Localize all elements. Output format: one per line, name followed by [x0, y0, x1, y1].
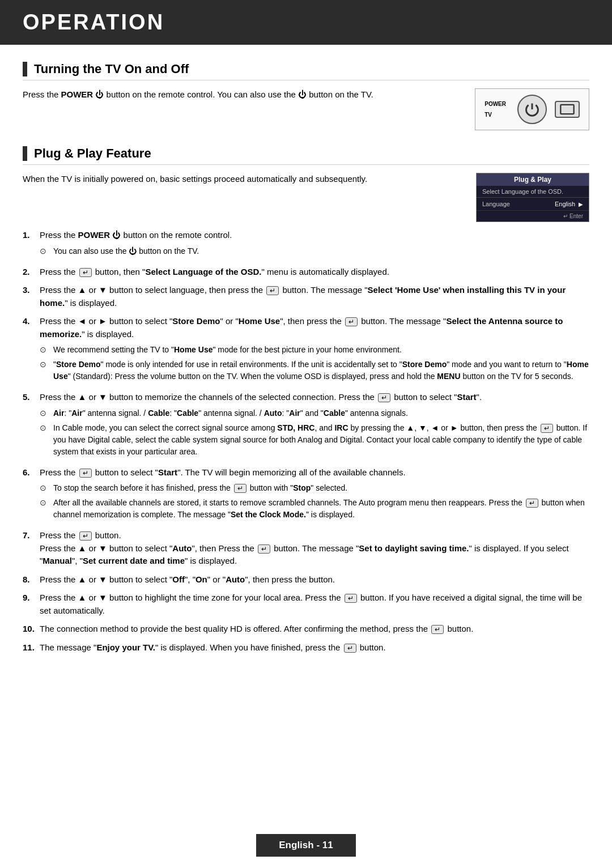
note-item-4b: ⊙ "Store Demo" mode is only intended for… — [40, 359, 589, 382]
step-5-notes: ⊙ Air: "Air" antenna signal. / Cable: "C… — [40, 407, 589, 458]
steps-list: 1. Press the POWER ⏻ button on the remot… — [23, 229, 589, 654]
page-title: OPERATION — [23, 10, 589, 35]
osd-language-value: English ▶ — [555, 201, 583, 207]
turning-section-title: Turning the TV On and Off — [34, 62, 189, 76]
step-6: 6. Press the ↵ button to select "Start".… — [23, 466, 589, 524]
note-item-6a: ⊙ To stop the search before it has finis… — [40, 482, 589, 494]
enter-icon-6a: ↵ — [234, 484, 246, 493]
enter-icon-7b: ↵ — [258, 544, 270, 554]
step-5: 5. Press the ▲ or ▼ button to memorize t… — [23, 391, 589, 461]
enter-icon-6: ↵ — [79, 469, 92, 478]
step-6-notes: ⊙ To stop the search before it has finis… — [40, 482, 589, 521]
note-item-5b: ⊙ In Cable mode, you can select the corr… — [40, 422, 589, 458]
step-3: 3. Press the ▲ or ▼ button to select lan… — [23, 284, 589, 309]
note-item-5a: ⊙ Air: "Air" antenna signal. / Cable: "C… — [40, 407, 589, 419]
accent-bar — [23, 62, 27, 76]
plug-play-title: Plug & Play Feature — [34, 146, 151, 161]
plug-play-content: When the TV is initially powered on, bas… — [23, 173, 589, 222]
remote-buttons — [517, 95, 580, 124]
note-icon-6b: ⊙ — [40, 497, 50, 521]
osd-arrow-icon: ▶ — [579, 201, 583, 207]
note-icon-6a: ⊙ — [40, 482, 50, 494]
power-button-icon — [517, 95, 547, 124]
remote-illustration: POWER TV — [475, 88, 589, 130]
power-label: POWER — [484, 101, 506, 107]
enter-icon-5: ↵ — [378, 393, 390, 402]
accent-bar-2 — [23, 146, 27, 161]
step-7: 7. Press the ↵ button. Press the ▲ or ▼ … — [23, 529, 589, 568]
step-10: 10. The connection method to provide the… — [23, 623, 589, 636]
step-8: 8. Press the ▲ or ▼ button to select "Of… — [23, 573, 589, 586]
turning-section: Turning the TV On and Off Press the POWE… — [23, 62, 589, 130]
step-11: 11. The message "Enjoy your TV." is disp… — [23, 641, 589, 654]
plug-play-intro: When the TV is initially powered on, bas… — [23, 173, 465, 186]
step-1: 1. Press the POWER ⏻ button on the remot… — [23, 229, 589, 260]
turn-on-text: Press the POWER ⏻ button on the remote c… — [23, 88, 464, 101]
enter-icon-9: ↵ — [345, 594, 357, 603]
osd-footer: ↵ Enter — [477, 211, 589, 222]
osd-language-row: Language English ▶ — [477, 198, 589, 211]
note-icon-5b: ⊙ — [40, 422, 50, 458]
remote-labels: POWER TV — [484, 101, 506, 118]
osd-panel: Plug & Play Select Language of the OSD. … — [476, 173, 589, 222]
note-icon-5a: ⊙ — [40, 407, 50, 419]
step-4: 4. Press the ◄ or ► button to select "St… — [23, 315, 589, 385]
note-icon: ⊙ — [40, 245, 50, 257]
step-2: 2. Press the ↵ button, then "Select Lang… — [23, 266, 589, 279]
enter-icon-2: ↵ — [266, 286, 279, 295]
content-area: Turning the TV On and Off Press the POWE… — [0, 62, 612, 654]
enter-icon-7: ↵ — [79, 531, 92, 541]
tv-button-icon — [555, 101, 580, 118]
svg-rect-0 — [560, 105, 573, 114]
note-icon-4a: ⊙ — [40, 344, 50, 356]
plug-play-section: Plug & Play Feature When the TV is initi… — [23, 146, 589, 654]
note-item: ⊙ You can also use the ⏻ button on the T… — [40, 245, 589, 257]
enter-icon-3: ↵ — [345, 317, 358, 326]
footer-label: English - 11 — [256, 834, 355, 857]
step-1-notes: ⊙ You can also use the ⏻ button on the T… — [40, 245, 589, 257]
page-wrapper: OPERATION Turning the TV On and Off Pres… — [0, 0, 612, 868]
enter-icon-6b: ↵ — [526, 499, 538, 508]
osd-title: Plug & Play — [477, 173, 589, 186]
osd-language-key: Language — [482, 201, 510, 207]
step-9: 9. Press the ▲ or ▼ button to highlight … — [23, 592, 589, 617]
turning-section-heading: Turning the TV On and Off — [23, 62, 589, 80]
step-4-notes: ⊙ We recommend setting the TV to "Home U… — [40, 344, 589, 382]
header-banner: OPERATION — [0, 0, 612, 45]
plug-play-heading: Plug & Play Feature — [23, 146, 589, 165]
turn-on-content: Press the POWER ⏻ button on the remote c… — [23, 88, 589, 130]
enter-icon: ↵ — [79, 268, 92, 277]
tv-label: TV — [484, 112, 506, 118]
osd-subtitle: Select Language of the OSD. — [477, 186, 589, 198]
enter-icon-10: ↵ — [431, 625, 444, 634]
page-footer: English - 11 — [0, 834, 612, 857]
note-icon-4b: ⊙ — [40, 359, 50, 382]
enter-icon-11: ↵ — [344, 644, 356, 653]
enter-icon-5b: ↵ — [541, 424, 553, 433]
note-item-6b: ⊙ After all the available channels are s… — [40, 497, 589, 521]
note-item-4a: ⊙ We recommend setting the TV to "Home U… — [40, 344, 589, 356]
